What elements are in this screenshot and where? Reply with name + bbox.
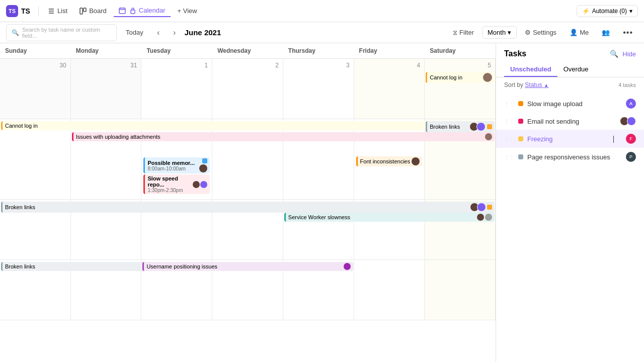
task-status-dot	[518, 101, 523, 106]
event-font-inconsistencies[interactable]: Font inconsistencies	[356, 156, 423, 166]
filter-icon: ⧖	[453, 29, 457, 37]
cell-may-30[interactable]: 30	[0, 59, 71, 119]
task-name: Slow image upload	[527, 100, 622, 108]
app-name: TS	[21, 7, 30, 15]
task-name-link[interactable]: Freezing	[527, 135, 622, 143]
cell-jun-5[interactable]: 5	[425, 59, 496, 119]
week-0-cells: 30 31 1 2 3 4 5	[0, 59, 496, 119]
more-icon: •••	[623, 28, 633, 37]
task-avatar: F	[626, 134, 636, 144]
avatar-pair	[620, 117, 636, 126]
automate-icon: ⚡	[582, 8, 590, 15]
drag-handle-icon: ⋮⋮	[504, 119, 514, 124]
nav-board[interactable]: Board	[74, 5, 112, 17]
task-name: Email not sending	[527, 118, 616, 125]
spanning-broken-links-wk2: Broken links	[0, 202, 496, 214]
event-broken-links-wk1[interactable]: Broken links	[426, 121, 495, 132]
automate-chevron-icon: ▾	[629, 8, 632, 15]
list-icon	[48, 8, 55, 15]
task-item[interactable]: ⋮⋮ Freezing F	[496, 130, 644, 148]
cell-jun-9[interactable]: 9	[212, 119, 283, 200]
spanning-cannot-log-in-wk1: Cannot log in	[0, 121, 496, 131]
day-header-fri: Friday	[354, 43, 425, 58]
event-avatar	[199, 164, 207, 172]
add-view-label: + View	[178, 7, 197, 15]
cell-jun-6[interactable]: 6	[0, 119, 71, 200]
next-month-button[interactable]: ›	[169, 27, 181, 39]
event-issues-uploading[interactable]: Issues with uploading attachments	[72, 132, 495, 141]
event-service-worker[interactable]: Service Worker slowness	[284, 213, 495, 222]
event-broken-links-wk2[interactable]: Broken links	[1, 202, 495, 213]
nav-list[interactable]: List	[43, 5, 72, 17]
event-username-positioning[interactable]: Username positioning issues	[142, 262, 353, 271]
day-num: 4	[356, 61, 423, 70]
event-cannot-log-in-wk1[interactable]: Cannot log in	[1, 121, 495, 130]
settings-button[interactable]: ⚙ Settings	[520, 27, 561, 38]
cell-jun-25[interactable]	[354, 260, 425, 320]
today-button[interactable]: Today	[121, 27, 148, 38]
day-header-wed: Wednesday	[212, 43, 283, 58]
tasks-panel: Tasks 🔍 Hide Unscheduled Overdue Sort by…	[496, 43, 644, 362]
nav-divider	[38, 6, 39, 16]
nav-calendar[interactable]: Calendar	[114, 5, 171, 17]
task-item[interactable]: ⋮⋮ Page responsiveness issues P	[496, 148, 644, 166]
event-cannot-log-in[interactable]: Cannot log in	[426, 72, 495, 83]
avatar-2	[477, 203, 486, 212]
cell-jun-2[interactable]: 2	[212, 59, 283, 119]
tab-overdue[interactable]: Overdue	[557, 62, 595, 77]
me-label: Me	[580, 29, 589, 36]
nav-right-section: ⚡ Automate (0) ▾	[577, 5, 638, 17]
users-button[interactable]: 👥	[597, 27, 615, 38]
search-box[interactable]: 🔍 Search by task name or custom field...	[6, 24, 117, 41]
day-headers: Sunday Monday Tuesday Wednesday Thursday…	[0, 43, 496, 59]
user-icon: 👤	[570, 29, 578, 36]
tasks-header: Tasks 🔍 Hide	[496, 43, 644, 62]
sort-by-text: Sort by Status ▲	[504, 81, 549, 88]
prev-month-button[interactable]: ‹	[152, 27, 165, 39]
users-icon: 👥	[602, 29, 610, 36]
tasks-count: 4 tasks	[618, 82, 636, 88]
tasks-header-actions: 🔍 Hide	[610, 50, 636, 58]
task-avatar: A	[626, 99, 636, 109]
cell-jun-7[interactable]: 7	[71, 119, 142, 200]
event-avatar	[485, 133, 492, 140]
nav-add-view[interactable]: + View	[173, 5, 202, 17]
event-label: Broken links	[430, 124, 460, 130]
chevron-right-icon: ›	[173, 28, 176, 37]
event-title: Possible memor...	[147, 160, 199, 166]
priority-dot	[487, 124, 492, 129]
cell-jun-3[interactable]: 3	[283, 59, 354, 119]
sort-field-link[interactable]: Status ▲	[525, 81, 548, 88]
cell-jun-4[interactable]: 4	[354, 59, 425, 119]
lock-icon	[129, 7, 136, 14]
svg-rect-3	[80, 8, 83, 14]
tab-overdue-label: Overdue	[564, 65, 589, 73]
task-item[interactable]: ⋮⋮ Slow image upload A	[496, 95, 644, 113]
more-button[interactable]: •••	[618, 26, 638, 39]
toolbar: 🔍 Search by task name or custom field...…	[0, 22, 644, 43]
search-tasks-icon[interactable]: 🔍	[610, 50, 618, 58]
day-header-thu: Thursday	[283, 43, 354, 58]
me-button[interactable]: 👤 Me	[565, 27, 594, 38]
cell-jun-26[interactable]	[425, 260, 496, 320]
priority-dot	[487, 205, 492, 210]
week-1-cells: 6 7 8 Possible memor... 8:00am-10:00am	[0, 119, 496, 200]
tab-unscheduled[interactable]: Unscheduled	[504, 62, 557, 77]
hide-tasks-button[interactable]: Hide	[622, 50, 636, 58]
event-possible-memory[interactable]: Possible memor... 8:00am-10:00am	[143, 157, 210, 173]
cell-jun-11[interactable]: 11 Font inconsistencies	[354, 119, 425, 200]
filter-button[interactable]: ⧖ Filter	[448, 27, 479, 39]
filter-label: Filter	[459, 29, 474, 36]
task-item[interactable]: ⋮⋮ Email not sending	[496, 113, 644, 130]
cell-may-31[interactable]: 31	[71, 59, 142, 119]
automate-button[interactable]: ⚡ Automate (0) ▾	[577, 5, 638, 17]
day-header-sun: Sunday	[0, 43, 71, 58]
event-label: Broken links	[5, 263, 35, 269]
cell-jun-1[interactable]: 1	[141, 59, 212, 119]
settings-label: Settings	[533, 29, 556, 36]
cell-jun-10[interactable]: 10	[283, 119, 354, 200]
day-num: 30	[2, 61, 68, 70]
month-selector[interactable]: Month ▾	[482, 26, 517, 39]
event-slow-speed[interactable]: Slow speed repo... 1:30pm-2:30pm	[143, 174, 210, 194]
cell-jun-8[interactable]: 8 Possible memor... 8:00am-10:00am	[141, 119, 212, 200]
